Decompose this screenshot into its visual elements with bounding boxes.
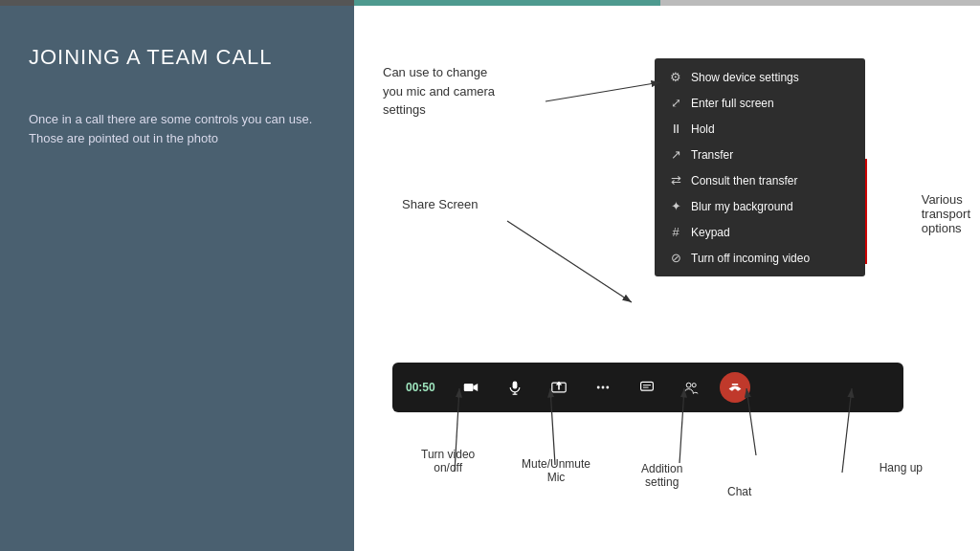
annotation-hangup: Hang up [880,461,923,474]
slide-title: JOINING A TEAM CALL [29,44,325,72]
menu-item-transfer[interactable]: ↗ Transfer [655,142,865,167]
menu-item-turn-off-video[interactable]: ⊘ Turn off incoming video [655,245,865,271]
fullscreen-icon: ⤢ [668,96,683,110]
annotation-mute-unmute: Mute/Unmute Mic [522,457,590,484]
menu-label-hold: Hold [691,122,715,136]
more-options-button[interactable] [588,372,618,403]
left-panel: JOINING A TEAM CALL Once in a call there… [0,6,354,551]
mute-button[interactable] [500,372,530,403]
menu-label-transfer: Transfer [691,148,733,162]
hold-icon: ⏸ [668,121,683,136]
menu-item-consult-transfer[interactable]: ⇄ Consult then transfer [655,167,865,193]
share-screen-button[interactable] [544,372,574,403]
mic-icon [507,380,523,395]
more-icon [595,380,611,395]
menu-item-keypad[interactable]: # Keypad [655,219,865,245]
share-screen-icon [551,380,567,395]
slide-description: Once in a call there are some controls y… [29,110,325,150]
annotation-addition-setting: Addition setting [641,462,682,489]
svg-rect-10 [641,382,654,390]
svg-rect-2 [513,382,518,389]
svg-rect-0 [464,384,474,391]
svg-point-9 [606,386,609,389]
svg-line-17 [546,82,660,101]
svg-line-18 [507,221,632,302]
blur-icon: ✦ [668,199,683,213]
menu-label-consult-transfer: Consult then transfer [691,174,797,187]
video-toggle-button[interactable] [456,372,486,403]
menu-item-blur-background[interactable]: ✦ Blur my background [655,193,865,219]
menu-label-keypad: Keypad [691,226,730,239]
menu-item-show-device[interactable]: ⚙ Show device settings [655,64,865,90]
menu-item-hold[interactable]: ⏸ Hold [655,116,865,142]
menu-label-fullscreen: Enter full screen [691,97,774,110]
svg-point-13 [686,383,691,387]
chat-button[interactable] [632,372,662,403]
no-video-icon: ⊘ [668,251,683,265]
hangup-button[interactable] [720,372,750,403]
svg-point-14 [692,384,696,387]
annotation-share-screen: Share Screen [402,197,479,211]
annotation-transport: Various transport options [922,192,970,235]
menu-label-turn-off-video: Turn off incoming video [691,252,810,265]
menu-item-fullscreen[interactable]: ⤢ Enter full screen [655,90,865,116]
transfer-icon: ↗ [668,147,683,162]
call-timer: 00:50 [406,381,442,394]
dropdown-menu: ⚙ Show device settings ⤢ Enter full scre… [655,58,865,276]
keypad-icon: # [668,225,683,239]
camera-icon [463,380,479,395]
annotation-video-toggle: Turn video on/off [421,448,475,474]
annotation-chat: Chat [727,485,751,498]
right-panel: Can use to change you mic and camera set… [354,6,980,551]
call-bar: 00:50 [392,363,903,412]
menu-label-blur-background: Blur my background [691,200,793,213]
phone-icon [727,380,743,395]
menu-label-show-device: Show device settings [691,71,799,84]
consult-transfer-icon: ⇄ [668,173,683,187]
svg-point-7 [597,386,600,389]
annotation-mic-camera: Can use to change you mic and camera set… [383,63,495,120]
chat-icon [639,380,655,395]
people-button[interactable] [676,372,706,403]
svg-point-8 [602,386,605,389]
svg-marker-1 [473,384,478,391]
people-icon [683,380,699,395]
gear-icon: ⚙ [668,70,683,84]
